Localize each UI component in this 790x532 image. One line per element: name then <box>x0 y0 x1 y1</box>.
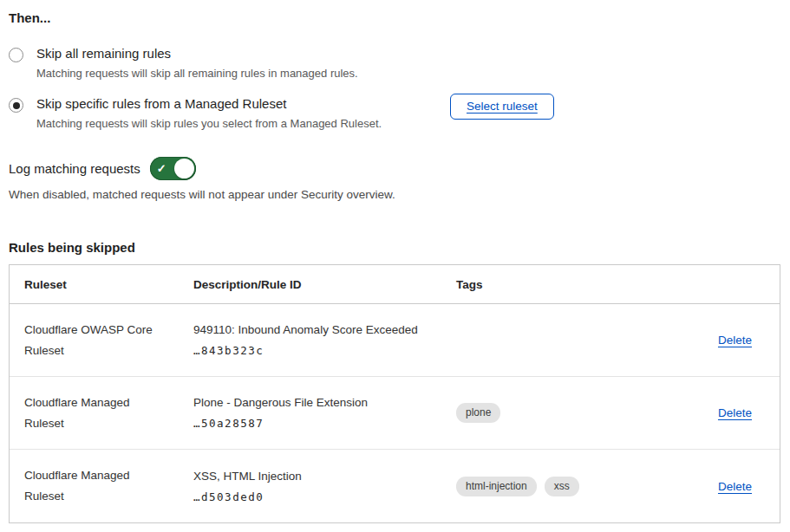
option-skip-specific-label[interactable]: Skip specific rules from a Managed Rules… <box>36 96 382 111</box>
log-matching-label: Log matching requests <box>9 161 140 176</box>
rule-description: XSS, HTML Injection <box>193 470 456 483</box>
log-matching-description: When disabled, matched requests will not… <box>9 188 781 201</box>
rules-table-heading: Rules being skipped <box>9 240 781 255</box>
delete-link[interactable]: Delete <box>718 480 752 493</box>
option-skip-all-label[interactable]: Skip all remaining rules <box>36 46 358 61</box>
radio-skip-all-rules[interactable] <box>9 48 23 62</box>
log-matching-toggle[interactable]: ✓ <box>150 157 196 180</box>
rule-description-cell: Plone - Dangerous File Extension …50a285… <box>193 396 456 430</box>
rule-id: …d503ded0 <box>193 490 456 503</box>
rule-id: …843b323c <box>193 344 456 357</box>
option-skip-all-text: Skip all remaining rules Matching reques… <box>36 46 358 80</box>
column-header-ruleset: Ruleset <box>24 278 193 291</box>
ruleset-name: Cloudflare OWASP Core Ruleset <box>24 320 193 360</box>
then-heading: Then... <box>9 10 781 25</box>
column-header-description: Description/Rule ID <box>193 278 456 291</box>
column-header-tags: Tags <box>456 278 684 291</box>
rules-table: Ruleset Description/Rule ID Tags Cloudfl… <box>9 264 780 523</box>
rule-description-cell: XSS, HTML Injection …d503ded0 <box>193 470 456 503</box>
table-header-row: Ruleset Description/Rule ID Tags <box>10 265 780 304</box>
tags-cell: plone <box>456 403 684 423</box>
rule-description: 949110: Inbound Anomaly Score Exceeded <box>193 323 456 336</box>
tag-badge: plone <box>456 403 500 423</box>
option-skip-all-description: Matching requests will skip all remainin… <box>36 67 358 80</box>
toggle-knob <box>174 159 194 178</box>
table-row: Cloudflare OWASP Core Ruleset 949110: In… <box>10 304 780 377</box>
actions-cell: Delete <box>718 334 780 347</box>
ruleset-name: Cloudflare Managed Ruleset <box>24 393 193 433</box>
delete-link[interactable]: Delete <box>718 406 752 419</box>
option-skip-all-rules: Skip all remaining rules Matching reques… <box>9 46 781 80</box>
rule-description-cell: 949110: Inbound Anomaly Score Exceeded …… <box>193 323 456 357</box>
rule-description: Plone - Dangerous File Extension <box>193 396 456 409</box>
radio-skip-specific-rules[interactable] <box>9 98 23 113</box>
option-skip-specific-text: Skip specific rules from a Managed Rules… <box>36 96 382 130</box>
delete-link[interactable]: Delete <box>718 334 752 347</box>
ruleset-name: Cloudflare Managed Ruleset <box>24 465 193 506</box>
check-icon: ✓ <box>157 163 166 174</box>
select-ruleset-button[interactable]: Select ruleset <box>450 94 554 120</box>
log-matching-row: Log matching requests ✓ <box>9 157 781 180</box>
table-row: Cloudflare Managed Ruleset XSS, HTML Inj… <box>10 450 780 522</box>
tag-badge: html-injection <box>456 477 537 496</box>
option-skip-specific-rules: Skip specific rules from a Managed Rules… <box>9 96 781 130</box>
option-skip-specific-description: Matching requests will skip rules you se… <box>36 117 382 130</box>
tags-cell: html-injection xss <box>456 477 684 496</box>
tag-badge: xss <box>545 477 579 496</box>
rule-id: …50a28587 <box>193 417 456 430</box>
actions-cell: Delete <box>718 480 780 493</box>
table-row: Cloudflare Managed Ruleset Plone - Dange… <box>10 377 780 450</box>
actions-cell: Delete <box>718 406 780 419</box>
